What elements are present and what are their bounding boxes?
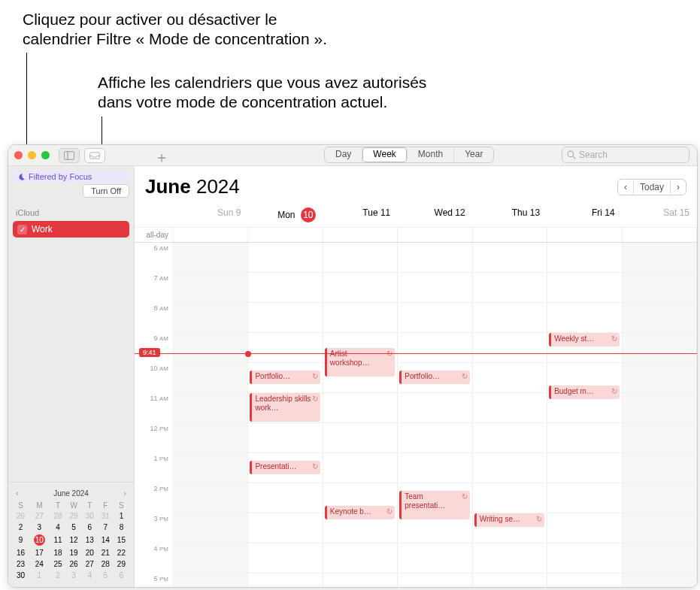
grid-cell[interactable] <box>473 243 547 273</box>
mini-day[interactable]: 13 <box>82 533 98 547</box>
minimize-icon[interactable] <box>28 151 36 159</box>
grid-cell[interactable] <box>623 513 697 543</box>
next-week-button[interactable]: › <box>671 180 686 194</box>
grid-cell[interactable] <box>547 273 622 303</box>
segment-month[interactable]: Month <box>408 147 454 162</box>
grid-cell[interactable] <box>323 273 398 303</box>
search-input[interactable]: Search <box>562 147 689 163</box>
grid-cell[interactable] <box>547 243 622 273</box>
grid-cell[interactable] <box>623 273 697 303</box>
week-nav[interactable]: ‹ Today › <box>617 179 686 195</box>
grid-cell[interactable] <box>248 423 323 453</box>
grid-cell[interactable] <box>473 393 547 423</box>
mini-day[interactable]: 31 <box>98 510 114 522</box>
mini-day[interactable]: 27 <box>82 558 98 570</box>
mini-calendar[interactable]: ‹ June 2024 › SMTWTFS2627282930311234567… <box>8 482 134 587</box>
add-event-button[interactable]: ＋ <box>154 147 169 168</box>
grid-cell[interactable] <box>398 543 472 573</box>
mini-day[interactable]: 4 <box>82 570 98 581</box>
grid-cell[interactable] <box>623 573 697 587</box>
grid-cell[interactable] <box>174 243 248 273</box>
grid-cell[interactable] <box>248 513 323 543</box>
grid-cell[interactable] <box>323 393 398 423</box>
mini-next-button[interactable]: › <box>123 489 126 498</box>
grid-cell[interactable] <box>547 483 622 513</box>
grid-cell[interactable] <box>623 243 697 273</box>
grid-cell[interactable] <box>473 363 547 393</box>
calendar-event[interactable]: Portfolio…↻ <box>399 371 469 384</box>
grid-cell[interactable] <box>174 393 248 423</box>
grid-cell[interactable] <box>174 543 248 573</box>
mini-day[interactable]: 19 <box>66 547 82 558</box>
calendar-event[interactable]: Portfolio…↻ <box>250 371 320 384</box>
view-segmented-control[interactable]: Day Week Month Year <box>324 147 494 163</box>
mini-day[interactable]: 18 <box>50 547 66 558</box>
inbox-button[interactable] <box>84 148 105 163</box>
grid-cell[interactable] <box>473 273 547 303</box>
grid-cell[interactable] <box>623 333 697 363</box>
grid-cell[interactable] <box>547 423 622 453</box>
grid-cell[interactable] <box>398 573 472 587</box>
calendar-event[interactable]: Writing se…↻ <box>474 513 544 527</box>
mini-day[interactable]: 25 <box>50 558 66 570</box>
grid-cell[interactable] <box>398 333 472 363</box>
grid-cell[interactable] <box>174 453 248 483</box>
grid-cell[interactable] <box>323 243 398 273</box>
mini-day[interactable]: 8 <box>114 522 129 533</box>
mini-day[interactable]: 6 <box>114 570 129 581</box>
grid-cell[interactable] <box>174 303 248 333</box>
mini-day[interactable]: 28 <box>98 558 114 570</box>
grid-cell[interactable] <box>398 243 472 273</box>
mini-day[interactable]: 26 <box>66 558 82 570</box>
mini-day[interactable]: 14 <box>98 533 114 547</box>
mini-day[interactable]: 15 <box>114 533 129 547</box>
calendar-item-work[interactable]: ✓ Work <box>13 221 129 238</box>
calendar-event[interactable]: Weekly st…↻ <box>549 333 619 346</box>
grid-cell[interactable] <box>174 513 248 543</box>
grid-cell[interactable] <box>398 303 472 333</box>
grid-cell[interactable] <box>547 303 622 333</box>
grid-cell[interactable] <box>623 363 697 393</box>
grid-cell[interactable] <box>473 483 547 513</box>
mini-day[interactable]: 11 <box>50 533 66 547</box>
mini-day[interactable]: 2 <box>50 570 66 581</box>
mini-day[interactable]: 27 <box>29 510 50 522</box>
grid-cell[interactable] <box>248 543 323 573</box>
mini-day[interactable]: 4 <box>50 522 66 533</box>
grid-cell[interactable] <box>174 273 248 303</box>
mini-prev-button[interactable]: ‹ <box>16 489 19 498</box>
calendar-event[interactable]: Team presentati…↻ <box>399 491 469 519</box>
focus-turn-off-button[interactable]: Turn Off <box>83 184 129 198</box>
mini-day[interactable]: 30 <box>82 510 98 522</box>
mini-day[interactable]: 29 <box>66 510 82 522</box>
mini-day[interactable]: 21 <box>98 547 114 558</box>
mini-day[interactable]: 7 <box>98 522 114 533</box>
mini-day[interactable]: 6 <box>82 522 98 533</box>
mini-day[interactable]: 5 <box>98 570 114 581</box>
calendar-event[interactable]: Budget m…↻ <box>549 386 619 399</box>
grid-cell[interactable] <box>398 423 472 453</box>
grid-cell[interactable] <box>547 543 622 573</box>
grid-cell[interactable] <box>248 573 323 587</box>
grid-cell[interactable] <box>547 573 622 587</box>
grid-cell[interactable] <box>547 513 622 543</box>
checkbox-icon[interactable]: ✓ <box>17 225 27 234</box>
calendar-event[interactable]: Artist workshop…↻ <box>325 348 395 377</box>
mini-day[interactable]: 1 <box>114 510 129 522</box>
grid-cell[interactable] <box>174 483 248 513</box>
grid-cell[interactable] <box>473 453 547 483</box>
mini-day[interactable]: 26 <box>13 510 29 522</box>
week-grid[interactable]: 6 AM7 AM8 AM9 AM10 AM11 AM12 PM1 PM2 PM3… <box>135 243 697 587</box>
grid-cell[interactable] <box>323 573 398 587</box>
mini-day[interactable]: 28 <box>50 510 66 522</box>
sidebar-toggle-button[interactable] <box>59 148 80 163</box>
mini-day[interactable]: 22 <box>114 547 129 558</box>
mini-day[interactable]: 16 <box>13 547 29 558</box>
grid-cell[interactable] <box>623 423 697 453</box>
grid-cell[interactable] <box>623 303 697 333</box>
grid-cell[interactable] <box>398 393 472 423</box>
grid-cell[interactable] <box>174 423 248 453</box>
close-icon[interactable] <box>14 151 23 159</box>
window-controls[interactable] <box>14 151 50 159</box>
calendar-event[interactable]: Presentati…↻ <box>250 461 320 474</box>
